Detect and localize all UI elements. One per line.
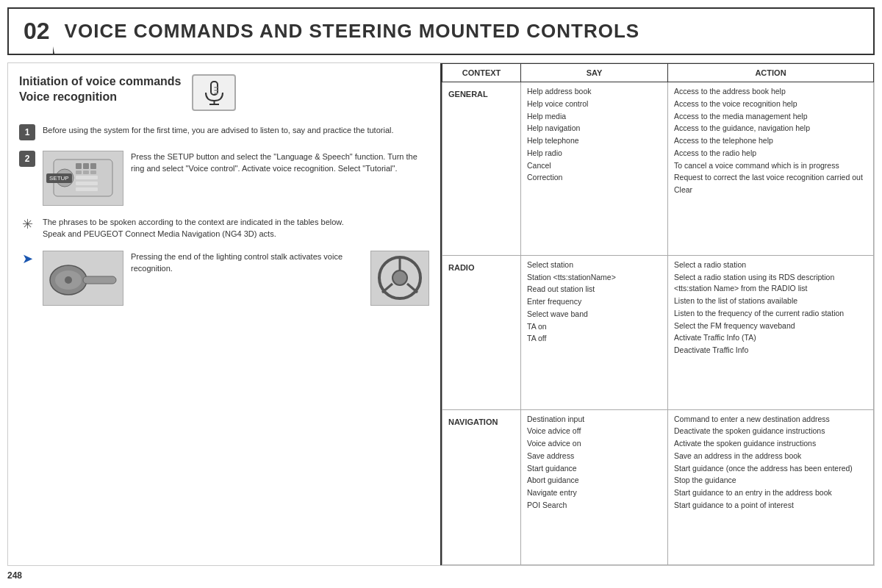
chapter-title: VOICE COMMANDS AND STEERING MOUNTED CONT… [65, 20, 640, 43]
action-item: Clear [674, 184, 867, 196]
step-4-text: Pressing the end of the lighting control… [131, 251, 363, 306]
step-3-icon: ✳ [19, 216, 35, 232]
say-item: Enter frequency [527, 296, 662, 308]
say-item: Read out station list [527, 284, 662, 295]
table-row-general: GENERAL Help address book Help voice con… [442, 82, 874, 256]
svg-point-22 [392, 270, 407, 285]
action-item: Select a radio station [674, 259, 867, 271]
svg-line-25 [407, 284, 417, 293]
section-title: Initiation of voice commands Voice recog… [19, 74, 181, 114]
action-item: Command to enter a new destination addre… [674, 414, 867, 426]
action-radio: Select a radio station Select a radio st… [668, 255, 874, 409]
action-item: Listen to the list of stations available [674, 295, 867, 307]
svg-point-20 [65, 276, 72, 284]
table-row-radio: RADIO Select station Station <tts:statio… [442, 255, 874, 409]
step-3: ✳ The phrases to be spoken according to … [19, 216, 429, 240]
action-item: Access to the guidance, navigation help [674, 123, 867, 135]
say-item: Cancel [527, 160, 662, 172]
svg-rect-16 [76, 187, 98, 191]
action-item: Listen to the frequency of the current r… [674, 308, 867, 320]
section-header: Initiation of voice commands Voice recog… [19, 74, 429, 114]
page-number: 248 [7, 570, 22, 581]
say-item-select-wave-band: Select wave band [527, 309, 662, 320]
step-1: 1 Before using the system for the first … [19, 124, 429, 140]
table-row-navigation: NAVIGATION Destination input Voice advic… [442, 409, 874, 564]
action-item: Activate Traffic Info (TA) [674, 332, 867, 344]
say-item: Navigate entry [527, 487, 662, 499]
step-3-text: The phrases to be spoken according to th… [43, 218, 344, 239]
svg-line-24 [382, 284, 392, 293]
say-item: Abort guidance [527, 475, 662, 487]
svg-rect-12 [83, 171, 89, 174]
say-item: Help address book [527, 86, 662, 98]
svg-rect-14 [76, 176, 98, 179]
say-navigation: Destination input Voice advice off Voice… [521, 409, 668, 564]
svg-rect-11 [76, 171, 82, 174]
svg-rect-15 [76, 182, 98, 185]
say-item: Help media [527, 111, 662, 123]
header-say: SAY [521, 64, 668, 82]
say-item: Start guidance [527, 463, 662, 475]
say-item-ta-on: TA on [527, 321, 662, 333]
header-action: ACTION [668, 64, 874, 82]
action-item: Select the FM frequency waveband [674, 320, 867, 332]
steering-wheel-image [370, 251, 429, 306]
step-4-icon: ➤ [19, 251, 35, 267]
step-4-content: Pressing the end of the lighting control… [43, 251, 429, 306]
action-item: Request to correct the last voice recogn… [674, 172, 867, 184]
say-item: Help navigation [527, 123, 662, 135]
svg-rect-10 [90, 163, 96, 169]
sun-icon: ✳ [22, 216, 33, 232]
say-item: Select station [527, 259, 662, 271]
voice-commands-table: CONTEXT SAY ACTION GENERAL Help address … [442, 63, 874, 565]
section-title-line2: Voice recognition [19, 90, 117, 103]
action-item: Start guidance to a point of interest [674, 500, 867, 512]
action-item: Stop the guidance [674, 475, 867, 487]
step-2-content: SETUP [43, 151, 429, 206]
say-general: Help address book Help voice control Hel… [521, 82, 668, 256]
step-2-text: Press the SETUP button and select the "L… [131, 151, 429, 206]
action-item: Access to the media management help [674, 111, 867, 123]
action-item: Deactivate Traffic Info [674, 345, 867, 356]
action-item: Access to the voice recognition help [674, 98, 867, 110]
say-item: POI Search [527, 500, 662, 512]
step-2-number: 2 [19, 151, 35, 167]
page-footer: 248 [7, 570, 875, 581]
step-1-number: 1 [19, 124, 35, 140]
svg-rect-8 [76, 163, 82, 169]
action-item: Deactivate the spoken guidance instructi… [674, 426, 867, 437]
svg-rect-18 [83, 276, 116, 284]
action-item: Save an address in the address book [674, 451, 867, 462]
action-item: Access to the address book help [674, 86, 867, 98]
step-4: ➤ Pressing the end of the lighting contr… [19, 251, 429, 306]
action-item: Access to the radio help [674, 148, 867, 159]
action-item: Start guidance to an entry in the addres… [674, 487, 867, 499]
right-panel: CONTEXT SAY ACTION GENERAL Help address … [442, 63, 874, 565]
say-item: Station <tts:stationName> [527, 272, 662, 284]
say-item: Destination input [527, 414, 662, 426]
action-item: Start guidance (once the address has bee… [674, 463, 867, 475]
say-radio: Select station Station <tts:stationName>… [521, 255, 668, 409]
page-wrapper: 02 VOICE COMMANDS AND STEERING MOUNTED C… [0, 0, 882, 588]
context-navigation: NAVIGATION [442, 409, 521, 564]
action-item: To cancel a voice command which is in pr… [674, 160, 867, 172]
chapter-number: 02 [24, 18, 50, 45]
step-1-content: Before using the system for the first ti… [43, 124, 429, 137]
main-content: Initiation of voice commands Voice recog… [7, 62, 875, 566]
action-item: Select a radio station using its RDS des… [674, 272, 867, 295]
voice-recognition-icon [192, 74, 236, 111]
step-2: 2 SETUP [19, 151, 429, 206]
say-item: Voice advice on [527, 438, 662, 450]
say-item-ta-off: TA off [527, 333, 662, 345]
say-item: Voice advice off [527, 426, 662, 437]
stalk-image [43, 251, 123, 306]
action-item: Access to the telephone help [674, 135, 867, 147]
say-item: Help voice control [527, 98, 662, 110]
context-general: GENERAL [442, 82, 521, 256]
setup-button-image: SETUP [43, 151, 123, 206]
arrow-icon: ➤ [22, 251, 33, 267]
context-radio: RADIO [442, 255, 521, 409]
section-title-line1: Initiation of voice commands [19, 75, 181, 87]
header-context: CONTEXT [442, 64, 521, 82]
action-general: Access to the address book help Access t… [668, 82, 874, 256]
